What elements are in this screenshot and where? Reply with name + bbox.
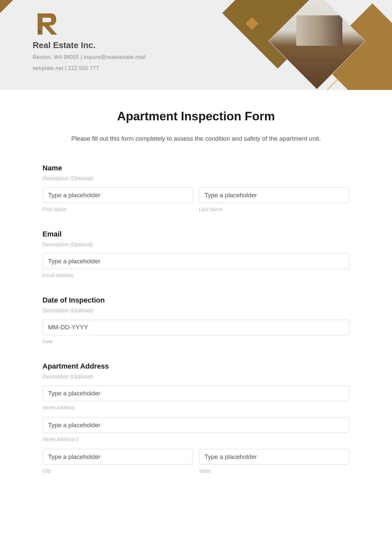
last-name-sublabel: Last Name (199, 206, 350, 212)
form-title: Apartment Inspection Form (42, 110, 350, 123)
field-group-date: Date of Inspection Description (Optional… (42, 296, 350, 344)
form-subtitle: Please fill out this form completely to … (42, 133, 350, 144)
email-desc: Description (Optional) (42, 242, 350, 248)
date-label: Date of Inspection (42, 296, 350, 304)
street-address-input[interactable] (42, 386, 350, 401)
city-input[interactable] (42, 449, 193, 465)
city-sublabel: City (42, 468, 193, 474)
date-sublabel: Date (42, 339, 350, 344)
street-sublabel: Street Address (42, 405, 350, 410)
company-logo-icon (33, 12, 62, 36)
last-name-input[interactable] (199, 187, 350, 203)
header-banner: Real Estate Inc. Renton, WA 98055 | inqu… (0, 0, 392, 90)
first-name-sublabel: First Name (42, 206, 193, 212)
street2-sublabel: Street Address 2 (42, 436, 350, 442)
state-sublabel: State (199, 468, 350, 474)
name-desc: Description (Optional) (42, 176, 350, 182)
company-info-line1: Renton, WA 98055 | inquire@realeastate.m… (33, 53, 145, 61)
field-group-address: Apartment Address Description (Optional)… (42, 362, 350, 474)
street-address-2-input[interactable] (42, 417, 350, 433)
email-sublabel: Email Address (42, 272, 350, 278)
email-input[interactable] (42, 253, 350, 269)
corner-triangle (0, 0, 13, 13)
company-info-line2: template.net | 222 555 777 (33, 64, 145, 73)
state-input[interactable] (199, 449, 350, 465)
house-model-graphic (297, 15, 342, 46)
field-group-email: Email Description (Optional) Email Addre… (42, 230, 350, 278)
field-group-name: Name Description (Optional) First Name L… (42, 164, 350, 212)
email-label: Email (42, 230, 350, 238)
date-desc: Description (Optional) (42, 308, 350, 314)
header-content: Real Estate Inc. Renton, WA 98055 | inqu… (33, 12, 145, 72)
date-input[interactable] (42, 320, 350, 335)
address-label: Apartment Address (42, 362, 350, 371)
address-desc: Description (Optional) (42, 374, 350, 380)
form-main: Apartment Inspection Form Please fill ou… (0, 90, 392, 505)
company-name: Real Estate Inc. (33, 40, 145, 50)
first-name-input[interactable] (42, 187, 193, 203)
header-decoration (196, 0, 392, 90)
name-label: Name (42, 164, 350, 172)
svg-rect-0 (39, 31, 41, 33)
